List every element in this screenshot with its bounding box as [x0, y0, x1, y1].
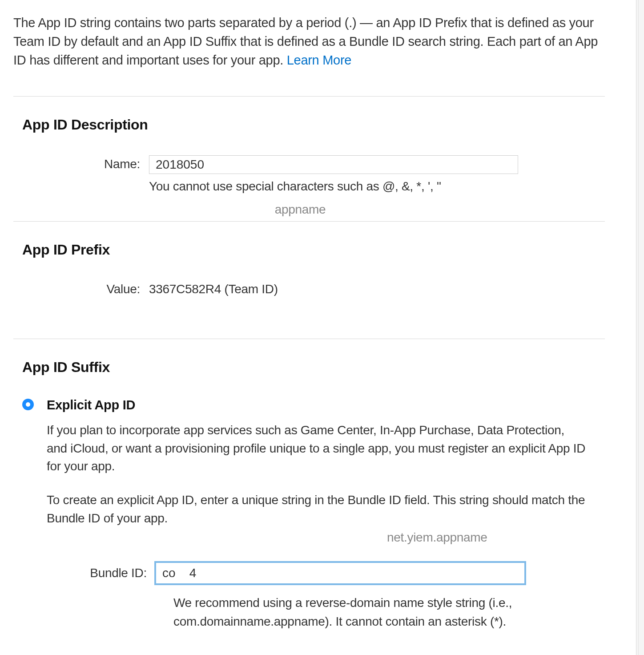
- bundle-id-label: Bundle ID:: [47, 566, 156, 580]
- section-app-id-description: App ID Description Name: You cannot use …: [13, 96, 605, 221]
- explicit-app-id-title: Explicit App ID: [47, 398, 605, 412]
- section-app-id-suffix: App ID Suffix Explicit App ID If you pla…: [13, 339, 605, 640]
- section-title-prefix: App ID Prefix: [22, 242, 605, 258]
- prefix-value: 3367C582R4 (Team ID): [149, 280, 605, 296]
- explicit-desc-2: To create an explicit App ID, enter a un…: [47, 491, 605, 527]
- learn-more-link[interactable]: Learn More: [287, 53, 351, 67]
- intro-paragraph: The App ID string contains two parts sep…: [13, 13, 605, 69]
- name-label: Name:: [22, 155, 149, 171]
- radio-dot-icon: [26, 402, 30, 407]
- value-label: Value:: [22, 280, 149, 296]
- explicit-app-id-radio[interactable]: [22, 399, 34, 410]
- explicit-desc-1: If you plan to incorporate app services …: [47, 421, 605, 476]
- section-title-description: App ID Description: [22, 117, 605, 133]
- bundle-id-hint: We recommend using a reverse-domain name…: [173, 594, 605, 631]
- section-app-id-prefix: App ID Prefix Value: 3367C582R4 (Team ID…: [13, 221, 605, 339]
- bundle-annotation: net.yiem.appname: [387, 530, 605, 545]
- name-hint: You cannot use special characters such a…: [149, 179, 605, 194]
- name-input[interactable]: [149, 155, 518, 174]
- appname-annotation: appname: [0, 202, 605, 217]
- scrollbar-track[interactable]: [636, 0, 644, 655]
- bundle-id-input[interactable]: [156, 562, 525, 584]
- section-title-suffix: App ID Suffix: [22, 359, 605, 376]
